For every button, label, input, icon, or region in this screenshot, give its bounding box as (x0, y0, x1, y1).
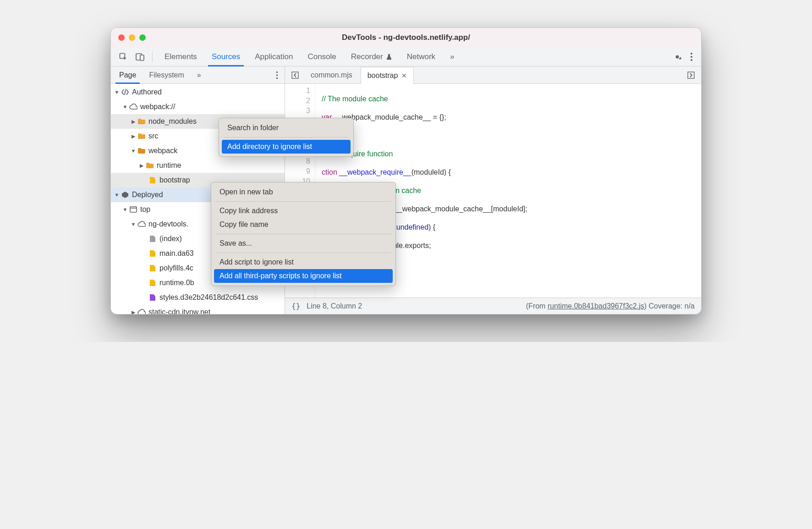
chevron-down-icon: ▼ (114, 89, 120, 95)
sidebar-tab-page[interactable]: Page (113, 66, 143, 83)
svg-point-4 (691, 56, 692, 58)
editor-tab-label: common.mjs (311, 71, 352, 79)
context-menu-file: Open in new tab Copy link address Copy f… (211, 182, 396, 286)
tree-item-styles-css[interactable]: styles.d3e2b24618d2c641.css (111, 290, 285, 305)
source-link[interactable]: runtime.0b841bad3967f3c2.js (548, 302, 644, 310)
svg-point-5 (691, 59, 692, 61)
sidebar-tab-filesystem[interactable]: Filesystem (143, 66, 190, 83)
ctx-item-search-folder[interactable]: Search in folder (219, 121, 353, 135)
close-tab-icon[interactable]: ✕ (401, 72, 407, 79)
tab-network[interactable]: Network (400, 47, 443, 66)
menu-separator (224, 137, 349, 138)
chevron-down-icon: ▼ (122, 104, 128, 110)
editor-tab-common[interactable]: common.mjs (304, 66, 359, 83)
folder-icon (137, 132, 146, 140)
tree-label: webpack (148, 147, 177, 155)
tree-label: styles.d3e2b24618d2c641.css (159, 293, 258, 302)
sidebar-tabs-overflow[interactable]: » (191, 66, 208, 83)
devtools-window: DevTools - ng-devtools.netlify.app/ Elem… (110, 28, 702, 314)
close-window-button[interactable] (118, 34, 125, 41)
editor-tabs: common.mjs bootstrap ✕ (285, 66, 701, 84)
cursor-position: Line 8, Column 2 (307, 302, 362, 310)
tree-label: (index) (159, 235, 182, 243)
menu-separator (216, 201, 391, 202)
ctx-item-save-as[interactable]: Save as... (211, 237, 395, 250)
traffic-lights (118, 34, 146, 41)
code-brackets-icon (121, 88, 129, 96)
tree-item-runtime-folder[interactable]: ▶ runtime (111, 158, 285, 173)
tree-label: main.da63 (159, 249, 194, 258)
ctx-item-copy-link[interactable]: Copy link address (211, 204, 395, 218)
tab-recorder[interactable]: Recorder (344, 47, 400, 66)
file-js-icon (148, 249, 157, 258)
toolbar-separator (152, 51, 153, 62)
sidebar-kebab-icon[interactable] (271, 71, 283, 79)
folder-open-icon (137, 147, 146, 155)
chevron-right-icon: ▶ (130, 133, 137, 139)
main-tabs: Elements Sources Application Console Rec… (157, 47, 462, 66)
cloud-icon (137, 220, 146, 228)
minimize-window-button[interactable] (129, 34, 135, 41)
chevron-down-icon: ▼ (122, 207, 128, 212)
tree-label: bootstrap (159, 176, 190, 184)
tabs-overflow[interactable]: » (443, 47, 461, 66)
tab-sources[interactable]: Sources (204, 47, 247, 66)
chevron-down-icon: ▼ (130, 221, 137, 227)
editor-statusbar: {} Line 8, Column 2 (From runtime.0b841b… (285, 298, 701, 314)
tree-label: runtime (157, 161, 181, 170)
folder-icon (137, 117, 146, 126)
tree-label: polyfills.4c (159, 264, 193, 272)
editor-tab-label: bootstrap (368, 72, 398, 80)
kebab-menu-icon[interactable] (687, 50, 696, 63)
tab-console[interactable]: Console (300, 47, 343, 66)
ctx-item-add-script-ignore[interactable]: Add script to ignore list (211, 255, 395, 269)
settings-gear-icon[interactable] (670, 50, 685, 63)
editor-nav-back-icon[interactable] (288, 72, 302, 79)
ctx-item-add-directory-ignore[interactable]: Add directory to ignore list (222, 140, 351, 154)
file-js-icon (148, 264, 157, 272)
flask-icon (386, 54, 392, 60)
deployed-icon (121, 191, 129, 199)
titlebar: DevTools - ng-devtools.netlify.app/ (111, 28, 701, 47)
tree-label: webpack:// (140, 103, 175, 111)
editor-tab-bootstrap[interactable]: bootstrap ✕ (361, 67, 414, 84)
maximize-window-button[interactable] (139, 34, 146, 41)
chevron-right-icon: ▶ (130, 119, 137, 125)
svg-line-9 (125, 89, 126, 95)
tree-label: src (148, 132, 158, 140)
main-toolbar: Elements Sources Application Console Rec… (111, 47, 701, 66)
context-menu-folder: Search in folder Add directory to ignore… (219, 118, 354, 157)
svg-point-6 (276, 71, 278, 73)
chevron-down-icon: ▼ (130, 148, 137, 154)
content-area: Page Filesystem » ▼ Authored ▼ webpack:/… (111, 66, 701, 314)
folder-icon (146, 161, 154, 170)
menu-separator (216, 253, 391, 253)
tree-item-static-cdn[interactable]: ▶ static-cdn.jtvnw.net (111, 305, 285, 314)
tab-recorder-label: Recorder (351, 52, 383, 61)
svg-rect-12 (292, 72, 298, 78)
window-title: DevTools - ng-devtools.netlify.app/ (111, 33, 701, 42)
chevron-right-icon: ▶ (138, 163, 145, 169)
tree-label: static-cdn.jtvnw.net (148, 308, 210, 314)
ctx-item-copy-name[interactable]: Copy file name (211, 218, 395, 231)
tab-elements[interactable]: Elements (157, 47, 204, 66)
svg-rect-10 (130, 207, 137, 212)
svg-rect-2 (140, 55, 144, 61)
file-js-icon (148, 176, 157, 184)
ctx-item-open-new-tab[interactable]: Open in new tab (211, 185, 395, 199)
ctx-item-add-all-third-party-ignore[interactable]: Add all third-party scripts to ignore li… (214, 269, 393, 283)
chevron-right-icon: ▶ (130, 309, 137, 314)
inspect-element-icon[interactable] (116, 51, 130, 63)
tree-label: Deployed (132, 191, 163, 199)
editor-nav-forward-icon[interactable] (684, 72, 698, 79)
pretty-print-button[interactable]: {} (291, 302, 300, 310)
sidebar-tabs: Page Filesystem » (111, 66, 285, 84)
tab-application[interactable]: Application (247, 47, 300, 66)
tree-group-authored[interactable]: ▼ Authored (111, 85, 285, 99)
svg-point-7 (276, 74, 278, 76)
tree-item-webpack-scheme[interactable]: ▼ webpack:// (111, 99, 285, 114)
source-info: (From runtime.0b841bad3967f3c2.js) Cover… (526, 302, 695, 310)
tree-label: node_modules (148, 117, 197, 126)
device-toolbar-icon[interactable] (133, 51, 148, 63)
cloud-icon (137, 308, 146, 314)
